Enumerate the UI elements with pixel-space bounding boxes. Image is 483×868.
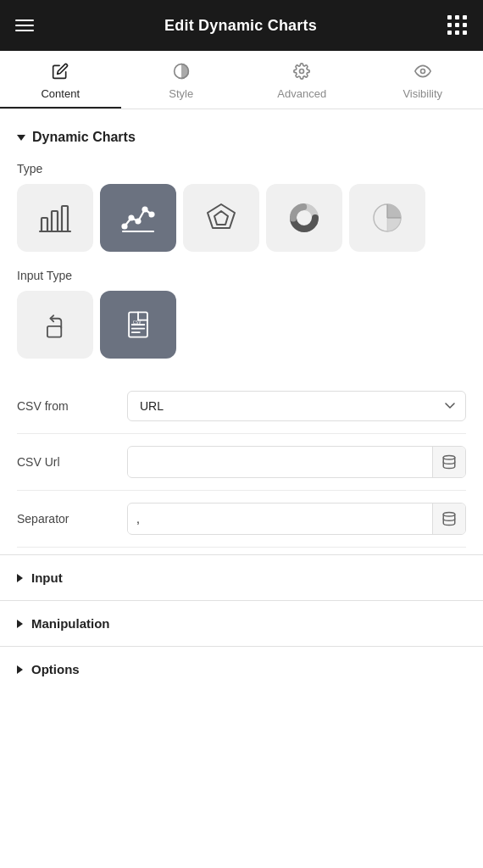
- svg-point-28: [443, 513, 455, 517]
- hamburger-menu-icon[interactable]: [15, 19, 34, 31]
- separator-control: [127, 503, 466, 535]
- options-section-header[interactable]: Options: [17, 662, 466, 676]
- separator-input-wrapper: [127, 503, 466, 535]
- tab-content-label: Content: [41, 87, 80, 100]
- svg-point-8: [130, 216, 134, 220]
- svg-point-11: [150, 213, 154, 217]
- csv-url-row: CSV Url: [17, 434, 466, 491]
- type-label: Type: [17, 162, 466, 175]
- csv-url-control: [127, 446, 466, 478]
- tab-style[interactable]: Style: [121, 51, 242, 108]
- pencil-icon: [52, 63, 69, 84]
- manipulation-section-header[interactable]: Manipulation: [17, 616, 466, 631]
- svg-point-10: [143, 208, 147, 212]
- input-type-selector: CSV: [17, 291, 466, 359]
- tab-visibility-label: Visibility: [402, 87, 442, 100]
- gear-icon: [293, 63, 310, 84]
- dynamic-charts-title: Dynamic Charts: [32, 130, 136, 145]
- csv-url-db-icon-button[interactable]: [432, 447, 465, 477]
- separator-label: Separator: [17, 512, 127, 526]
- separator-row: Separator: [17, 491, 466, 548]
- svg-text:CSV: CSV: [133, 320, 142, 325]
- section-collapse-arrow: [17, 135, 25, 141]
- input-section-label: Input: [31, 570, 63, 585]
- manipulation-arrow-icon: [17, 620, 23, 628]
- svg-rect-4: [52, 211, 58, 231]
- csv-input-button[interactable]: CSV: [100, 291, 176, 359]
- tab-style-label: Style: [169, 87, 193, 100]
- chart-type-selector: [17, 184, 466, 252]
- csv-from-label: CSV from: [17, 399, 127, 413]
- dynamic-charts-section-header[interactable]: Dynamic Charts: [17, 130, 466, 145]
- csv-from-select[interactable]: URL File Remote: [127, 391, 466, 421]
- header: Edit Dynamic Charts: [0, 0, 483, 51]
- tab-advanced-label: Advanced: [277, 87, 326, 100]
- line-chart-button[interactable]: [100, 184, 176, 252]
- apps-grid-icon[interactable]: [447, 15, 468, 36]
- input-type-label: Input Type: [17, 269, 466, 282]
- header-title: Edit Dynamic Charts: [164, 17, 317, 35]
- tab-content[interactable]: Content: [0, 51, 121, 108]
- options-section-label: Options: [31, 662, 80, 676]
- svg-marker-14: [214, 211, 228, 225]
- file-input-button[interactable]: [17, 291, 93, 359]
- input-section: Input: [0, 554, 483, 600]
- input-section-header[interactable]: Input: [17, 570, 466, 585]
- style-icon: [173, 63, 190, 84]
- separator-input[interactable]: [128, 504, 432, 533]
- bar-chart-button[interactable]: [17, 184, 93, 252]
- svg-rect-5: [62, 206, 68, 231]
- csv-url-label: CSV Url: [17, 455, 127, 469]
- tab-visibility[interactable]: Visibility: [363, 51, 484, 108]
- eye-icon: [414, 63, 431, 84]
- svg-point-2: [420, 70, 425, 74]
- tab-bar: Content Style Advanced Visibility: [0, 51, 483, 109]
- main-content: Dynamic Charts Type: [0, 109, 483, 548]
- svg-point-7: [123, 225, 127, 229]
- pie-chart-button[interactable]: [349, 184, 425, 252]
- options-section: Options: [0, 646, 483, 692]
- polygon-chart-button[interactable]: [183, 184, 259, 252]
- svg-point-9: [136, 220, 141, 224]
- donut-chart-button[interactable]: [266, 184, 342, 252]
- csv-url-input[interactable]: [128, 448, 432, 476]
- csv-from-control: URL File Remote: [127, 391, 466, 421]
- input-arrow-icon: [17, 574, 23, 582]
- options-arrow-icon: [17, 665, 23, 674]
- svg-point-27: [443, 456, 455, 460]
- manipulation-section-label: Manipulation: [31, 616, 110, 631]
- tab-advanced[interactable]: Advanced: [242, 51, 363, 108]
- csv-from-row: CSV from URL File Remote: [17, 379, 466, 434]
- separator-db-icon-button[interactable]: [432, 504, 465, 534]
- manipulation-section: Manipulation: [0, 600, 483, 646]
- svg-rect-21: [47, 326, 61, 337]
- svg-point-1: [300, 70, 304, 74]
- svg-rect-3: [42, 218, 47, 231]
- csv-url-input-wrapper: [127, 446, 466, 478]
